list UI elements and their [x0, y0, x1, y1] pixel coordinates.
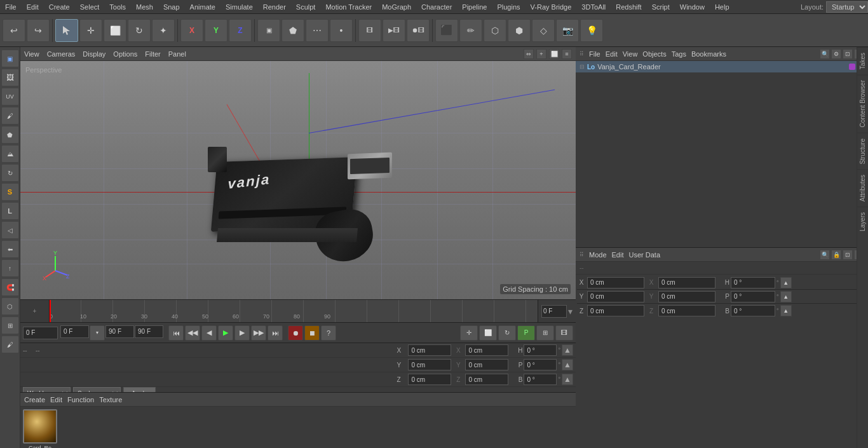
attr-z2-field[interactable] [658, 305, 715, 316]
rotate-tool-btn[interactable]: ↻ [128, 19, 151, 42]
vertex-btn[interactable]: ⬟ [1, 126, 19, 144]
deformer-btn[interactable]: ⬢ [508, 19, 531, 42]
texture-menu[interactable]: Texture [99, 396, 122, 404]
attr-x2-field[interactable] [658, 277, 715, 288]
menu-pipeline[interactable]: Pipeline [457, 2, 492, 12]
x-coord-field-1[interactable] [408, 344, 451, 356]
cameras-menu[interactable]: Cameras [47, 50, 76, 58]
menu-character[interactable]: Character [416, 2, 457, 12]
frame-start-field[interactable] [23, 327, 58, 339]
timeline[interactable]: + 0 10 20 30 40 50 60 70 80 90 ▾ [20, 299, 576, 322]
file-menu-obj[interactable]: File [589, 50, 600, 58]
attr-p-stepper[interactable]: ▲ [780, 291, 792, 302]
viewport-ctrl-4[interactable]: ≡ [562, 49, 572, 59]
next-frame-btn[interactable]: ▶▶ [251, 325, 266, 341]
bp-uv-btn[interactable]: UV [1, 88, 19, 105]
film-mode-btn[interactable]: 🎞 [555, 325, 573, 341]
icon-S-btn[interactable]: S [1, 183, 19, 201]
layout-dropdown[interactable]: Startup [826, 1, 868, 13]
attr-search-icon[interactable]: 🔍 [820, 250, 830, 260]
help-btn[interactable]: ? [321, 325, 336, 341]
display-menu[interactable]: Display [83, 50, 105, 58]
menu-select[interactable]: Select [75, 2, 105, 12]
h-stepper-up[interactable]: ▲ [562, 344, 573, 356]
timeline-add-track[interactable]: + [33, 308, 37, 315]
bp-paint-btn[interactable]: 🖌 [1, 107, 19, 125]
p-field[interactable] [524, 359, 557, 370]
viewport-ctrl-2[interactable]: + [536, 49, 546, 59]
icon-left1-btn[interactable]: ◁ [1, 221, 19, 239]
objects-menu[interactable]: Objects [642, 50, 666, 58]
y2-coord-field-1[interactable] [465, 359, 508, 370]
poly-mode-btn[interactable]: ⬟ [281, 19, 304, 42]
tab-attributes[interactable]: Attributes [857, 169, 868, 207]
attr-z1-field[interactable] [587, 305, 644, 316]
sculpt-btn[interactable]: ⛰ [1, 145, 19, 163]
menu-plugins[interactable]: Plugins [492, 2, 525, 12]
render-region-btn[interactable]: 🎞 [358, 19, 381, 42]
search-icon[interactable]: 🔍 [820, 49, 830, 59]
z2-coord-field-1[interactable] [465, 374, 508, 385]
select-tool-btn[interactable] [55, 19, 78, 42]
grid-mode-btn[interactable]: ⊞ [536, 325, 554, 341]
y-coord-field-1[interactable] [408, 359, 451, 370]
undo-btn[interactable]: ↩ [3, 19, 25, 42]
attr-p-field[interactable] [731, 291, 775, 302]
model-mode-btn[interactable]: ▣ [1, 50, 19, 67]
menu-create[interactable]: Create [44, 2, 75, 12]
scale-mode-btn2[interactable]: ⬜ [479, 325, 497, 341]
menu-render[interactable]: Render [258, 2, 291, 12]
menu-mograph[interactable]: MoGraph [377, 2, 416, 12]
frame-indicator-field[interactable] [541, 305, 567, 318]
menu-file[interactable]: File [0, 2, 22, 12]
timeline-ruler[interactable]: 0 10 20 30 40 50 60 70 80 90 [50, 300, 538, 322]
edit-menu-mat[interactable]: Edit [50, 396, 62, 404]
nurbs-btn[interactable]: ⬡ [484, 19, 506, 42]
object-row-selected[interactable]: ⊟ Lo Vanja_Card_Reader [576, 61, 868, 72]
edge-mode-btn[interactable]: ⋯ [306, 19, 329, 42]
move-tool-btn[interactable]: ✛ [79, 19, 102, 42]
icon-left2-btn[interactable]: ⬅ [1, 240, 19, 258]
menu-help[interactable]: Help [710, 2, 735, 12]
icon-paint2-btn[interactable]: 🖌 [1, 336, 19, 353]
record-btn[interactable]: ⏺🎞 [407, 19, 430, 42]
viewport-ctrl-3[interactable]: ⬜ [549, 49, 559, 59]
tab-structure[interactable]: Structure [857, 133, 868, 170]
render-active-btn[interactable]: ▶🎞 [383, 19, 405, 42]
attr-b-stepper[interactable]: ▲ [780, 305, 792, 316]
attr-y2-field[interactable] [658, 291, 715, 302]
attr-h-stepper[interactable]: ▲ [780, 277, 792, 288]
attr-b-field[interactable] [731, 305, 775, 316]
mode-menu[interactable]: Mode [589, 251, 607, 259]
view-menu[interactable]: View [24, 50, 39, 58]
frame-stepper[interactable]: ▾ [568, 306, 573, 316]
icon-L-btn[interactable]: L [1, 202, 19, 220]
attr-y1-field[interactable] [587, 291, 644, 302]
h-field[interactable] [524, 344, 557, 356]
tab-content-browser[interactable]: Content Browser [857, 74, 868, 132]
tags-menu[interactable]: Tags [672, 50, 686, 58]
icon-magnet-btn[interactable]: 🧲 [1, 278, 19, 296]
menu-sculpt[interactable]: Sculpt [291, 2, 321, 12]
attr-settings-icon[interactable]: ⊡ [843, 250, 853, 260]
options-menu[interactable]: Options [113, 50, 137, 58]
menu-animate[interactable]: Animate [185, 2, 220, 12]
menu-simulate[interactable]: Simulate [220, 2, 258, 12]
scene-btn[interactable]: ◇ [532, 19, 555, 42]
pivot-mode-btn[interactable]: P [517, 325, 535, 341]
b-field[interactable] [524, 374, 557, 385]
cube-btn[interactable]: ⬛ [435, 19, 458, 42]
rotate-tool-left-btn[interactable]: ↻ [1, 164, 19, 182]
p-stepper-up[interactable]: ▲ [562, 359, 573, 370]
z-axis-btn[interactable]: Z [229, 19, 252, 42]
scale-tool-btn[interactable]: ⬜ [104, 19, 126, 42]
redo-btn[interactable]: ↪ [27, 19, 50, 42]
obj-mode-btn[interactable]: ▣ [257, 19, 280, 42]
menu-redshift[interactable]: Redshift [611, 2, 646, 12]
frame-step-btn[interactable]: ▾ [90, 325, 105, 341]
x2-coord-field-1[interactable] [465, 344, 508, 356]
menu-edit[interactable]: Edit [22, 2, 44, 12]
settings-icon[interactable]: ⊡ [843, 49, 853, 59]
material-thumb[interactable] [23, 409, 57, 444]
prev-step-btn[interactable]: ◀ [201, 325, 217, 341]
